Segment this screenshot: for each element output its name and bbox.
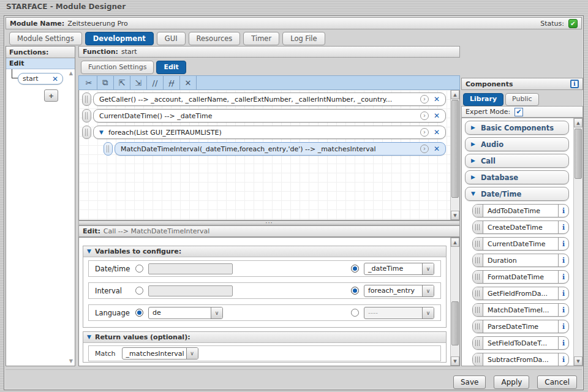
tab-log-file[interactable]: Log File [282, 32, 325, 45]
scroll-down-button[interactable]: ▼ [451, 356, 459, 366]
collapse-icon[interactable]: ▼ [99, 130, 104, 135]
open-step-icon[interactable]: › [420, 145, 429, 153]
drag-handle[interactable] [82, 92, 91, 106]
info-icon[interactable]: i [558, 304, 568, 316]
tab-development[interactable]: Development [85, 32, 154, 45]
constant-input[interactable] [148, 285, 233, 296]
variable-select[interactable]: _dateTime ∨ [364, 263, 434, 275]
variable-select[interactable]: foreach_entry ∨ [364, 285, 434, 297]
component-item-addtodatetime[interactable]: AddToDateTime i [472, 204, 569, 217]
tab-library[interactable]: Library [463, 93, 503, 106]
flow-step-currentdatetime[interactable]: CurrentDateTime() --> _dateTime › ✕ [82, 109, 446, 123]
delete-step-button[interactable]: ✕ [180, 76, 197, 89]
tab-function-settings[interactable]: Function Settings [81, 61, 154, 74]
drag-handle[interactable] [473, 337, 483, 349]
comment-button[interactable]: // [147, 76, 164, 89]
tab-gui[interactable]: GUI [157, 32, 186, 45]
category-call[interactable]: ▶ Call [465, 154, 569, 168]
open-step-icon[interactable]: › [420, 128, 429, 137]
drag-handle[interactable] [473, 353, 483, 366]
component-item-createdatetime[interactable]: CreateDateTime i [472, 221, 569, 234]
scroll-down-button[interactable]: ▼ [574, 356, 582, 366]
cancel-button[interactable]: Cancel [537, 375, 577, 389]
returns-section-header[interactable]: ▼ Return values (optional): [83, 332, 446, 343]
constant-radio[interactable] [135, 309, 143, 317]
horizontal-splitter[interactable]: ··· [78, 221, 460, 225]
component-item-currentdatetime[interactable]: CurrentDateTime i [472, 237, 569, 251]
function-list-item-edit[interactable]: Edit [6, 58, 75, 69]
paste-after-button[interactable]: ⇲ [130, 76, 147, 89]
canvas-scrollbar[interactable]: ▲ ▼ [450, 90, 459, 220]
step-pill[interactable]: GetCaller() --> _account, _callerName, _… [93, 92, 446, 106]
tab-resources[interactable]: Resources [189, 32, 241, 45]
scroll-up-icon[interactable]: ▲ [69, 71, 73, 76]
remove-step-icon[interactable]: ✕ [434, 96, 440, 103]
collapse-icon[interactable]: ▼ [87, 334, 91, 340]
tree-node-start[interactable]: start ✕ [18, 73, 63, 85]
category-basic-components[interactable]: ▶ Basic Components [465, 121, 569, 135]
component-item-setfieldtodatetime[interactable]: SetFieldToDateT... i [472, 336, 569, 350]
collapse-icon[interactable]: ▼ [87, 249, 91, 254]
info-icon[interactable]: i [558, 353, 568, 366]
info-icon[interactable]: i [558, 254, 568, 266]
info-icon[interactable]: i [558, 205, 568, 217]
info-icon[interactable]: i [558, 320, 568, 333]
copy-button[interactable]: ⧉ [97, 76, 114, 89]
constant-select[interactable]: de ∨ [148, 307, 223, 319]
tab-timer[interactable]: Timer [243, 32, 279, 45]
apply-button[interactable]: Apply [494, 375, 529, 389]
cut-button[interactable]: ✂ [81, 76, 97, 89]
scroll-thumb[interactable] [575, 129, 582, 179]
expert-mode-checkbox[interactable]: ✔ [514, 108, 523, 116]
components-scrollbar[interactable]: ▲ ▼ [573, 118, 582, 366]
drag-handle[interactable] [473, 271, 483, 283]
scroll-down-button[interactable]: ▼ [451, 211, 459, 220]
info-icon[interactable]: i [558, 221, 568, 233]
info-icon[interactable]: i [558, 238, 568, 250]
tab-public[interactable]: Public [505, 93, 539, 106]
drag-handle[interactable] [473, 205, 483, 217]
scroll-up-button[interactable]: ▲ [451, 238, 459, 247]
drag-handle[interactable] [473, 304, 483, 316]
step-pill[interactable]: ▼ foreach(List GUI_ZEITRAUMLISTE) › ✕ [93, 126, 446, 139]
info-icon[interactable]: i [570, 80, 579, 88]
remove-step-icon[interactable]: ✕ [434, 129, 440, 136]
delete-function-icon[interactable]: ✕ [52, 75, 58, 83]
tab-edit[interactable]: Edit [156, 61, 186, 74]
remove-step-icon[interactable]: ✕ [434, 112, 440, 119]
variable-radio[interactable] [351, 309, 359, 317]
scroll-thumb[interactable] [451, 301, 459, 345]
category-date-time[interactable]: ▼ Date/Time [465, 187, 569, 201]
scroll-thumb[interactable] [451, 100, 459, 198]
component-item-matchdatetimeinterval[interactable]: MatchDateTimeI... i [472, 303, 569, 317]
add-function-button[interactable]: + [44, 89, 58, 102]
save-button[interactable]: Save [453, 375, 486, 389]
uncomment-button[interactable]: // [164, 76, 180, 89]
flow-step-foreach[interactable]: ▼ foreach(List GUI_ZEITRAUMLISTE) › ✕ [82, 126, 446, 139]
flow-step-getcaller[interactable]: GetCaller() --> _account, _callerName, _… [82, 92, 446, 106]
constant-radio[interactable] [135, 287, 143, 295]
component-item-getfieldfromdate[interactable]: GetFieldFromDa... i [472, 287, 569, 300]
drag-handle[interactable] [473, 287, 483, 300]
scroll-up-button[interactable]: ▲ [451, 90, 459, 99]
form-scrollbar[interactable]: ▲ ▼ [450, 238, 459, 366]
variable-radio[interactable] [351, 265, 359, 273]
remove-step-icon[interactable]: ✕ [434, 145, 440, 153]
component-item-parsedatetime[interactable]: ParseDateTime i [472, 320, 569, 333]
drag-handle[interactable] [473, 254, 483, 266]
constant-radio[interactable] [135, 265, 143, 273]
variables-section-header[interactable]: ▼ Variables to configure: [83, 246, 446, 257]
constant-input[interactable] [148, 263, 233, 274]
variable-radio[interactable] [351, 287, 359, 295]
category-audio[interactable]: ▶ Audio [465, 137, 569, 151]
variable-select[interactable]: ---- ∨ [364, 307, 434, 319]
drag-handle[interactable] [473, 221, 483, 233]
info-icon[interactable]: i [558, 337, 568, 349]
flow-step-matchdatetimeinterval[interactable]: MatchDateTimeInterval(_dateTime,foreach_… [104, 142, 446, 156]
scroll-down-icon[interactable]: ▼ [69, 359, 73, 364]
scroll-up-button[interactable]: ▲ [574, 118, 582, 127]
drag-handle[interactable] [82, 126, 91, 139]
category-database[interactable]: ▶ Database [465, 170, 569, 184]
info-icon[interactable]: i [558, 271, 568, 283]
step-pill[interactable]: CurrentDateTime() --> _dateTime › ✕ [93, 109, 446, 123]
